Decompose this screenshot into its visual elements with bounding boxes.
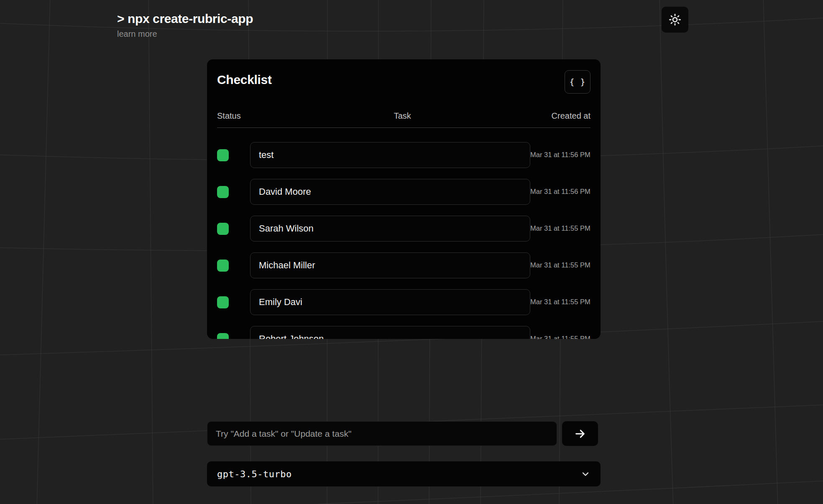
task-command-input[interactable] (207, 421, 557, 446)
task-name-input[interactable] (250, 142, 530, 168)
braces-icon: { } (569, 77, 585, 87)
column-header-created-at: Created at (552, 111, 590, 121)
task-name-input[interactable] (250, 326, 530, 339)
task-created-at: Mar 31 at 11:56 PM (530, 187, 590, 196)
learn-more-link[interactable]: learn more (117, 29, 157, 39)
task-status-checkbox[interactable] (217, 260, 229, 272)
task-created-at: Mar 31 at 11:55 PM (530, 260, 590, 270)
task-name-input[interactable] (250, 179, 530, 205)
page-header: > npx create-rubric-app learn more (117, 12, 253, 39)
task-status-checkbox[interactable] (217, 186, 229, 198)
task-created-at: Mar 31 at 11:55 PM (530, 334, 590, 339)
task-status-checkbox[interactable] (217, 333, 229, 339)
checklist-title: Checklist (217, 73, 272, 87)
task-rows: Mar 31 at 11:56 PM Mar 31 at 11:56 PM Ma… (217, 142, 590, 339)
task-name-input[interactable] (250, 252, 530, 278)
sun-icon (669, 13, 681, 26)
column-header-task: Task (394, 111, 411, 121)
task-name-input[interactable] (250, 289, 530, 315)
task-status-checkbox[interactable] (217, 223, 229, 235)
task-name-input[interactable] (250, 216, 530, 242)
table-column-headers: Status Task Created at (217, 111, 590, 121)
view-json-button[interactable]: { } (565, 70, 590, 94)
app: > npx create-rubric-app learn more Check… (0, 0, 823, 504)
task-row: Mar 31 at 11:56 PM (217, 179, 590, 205)
task-row: Mar 31 at 11:55 PM (217, 289, 590, 315)
chevron-down-icon (580, 469, 590, 479)
model-select[interactable]: gpt-3.5-turbo (207, 461, 601, 486)
task-status-checkbox[interactable] (217, 149, 229, 161)
task-created-at: Mar 31 at 11:55 PM (530, 224, 590, 233)
column-header-status: Status (217, 111, 241, 121)
table-divider (217, 127, 590, 128)
task-row: Mar 31 at 11:55 PM (217, 216, 590, 242)
task-created-at: Mar 31 at 11:56 PM (530, 150, 590, 160)
arrow-right-icon (574, 428, 586, 440)
theme-toggle-button[interactable] (662, 7, 688, 33)
model-select-value: gpt-3.5-turbo (217, 469, 292, 479)
task-created-at: Mar 31 at 11:55 PM (530, 297, 590, 307)
task-row: Mar 31 at 11:56 PM (217, 142, 590, 168)
task-row: Mar 31 at 11:55 PM (217, 252, 590, 278)
page-title: > npx create-rubric-app (117, 12, 253, 26)
checklist-card: Checklist { } Status Task Created at Mar… (207, 59, 601, 339)
submit-task-button[interactable] (562, 421, 598, 446)
task-status-checkbox[interactable] (217, 296, 229, 308)
task-row: Mar 31 at 11:55 PM (217, 326, 590, 339)
checklist-card-header: Checklist { } (217, 70, 590, 94)
